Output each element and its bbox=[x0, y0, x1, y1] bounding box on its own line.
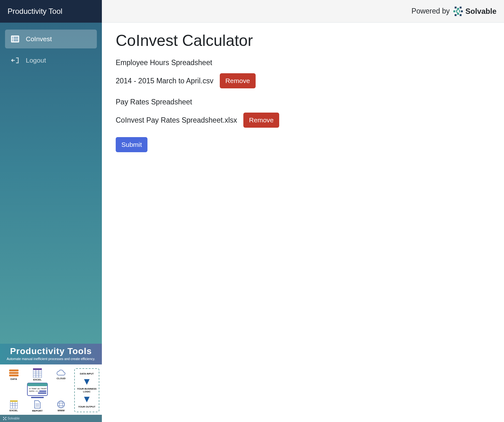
promo-diagram: DATA EXCEL bbox=[0, 364, 102, 415]
diagram-excel-node: EXCEL bbox=[33, 368, 42, 381]
document-icon bbox=[34, 400, 41, 409]
promo-card: Productivity Tools Automate manual ineff… bbox=[0, 344, 102, 422]
svg-rect-41 bbox=[5, 419, 6, 420]
svg-rect-40 bbox=[3, 419, 4, 420]
cloud-icon bbox=[56, 369, 66, 376]
output-label: YOUR OUTPUT bbox=[78, 405, 96, 408]
database-icon bbox=[8, 369, 19, 377]
svg-rect-49 bbox=[460, 14, 462, 16]
page-title: CoInvest Calculator bbox=[116, 31, 490, 50]
list-icon bbox=[11, 35, 19, 43]
brand-mark-icon bbox=[3, 417, 6, 420]
svg-rect-42 bbox=[455, 7, 457, 8]
svg-rect-47 bbox=[455, 14, 457, 16]
spreadsheet-icon bbox=[10, 400, 18, 408]
content: CoInvest Calculator Employee Hours Sprea… bbox=[102, 23, 504, 422]
diagram-processor-node: if "THIS" do "THAT" DATA = A + B bbox=[25, 382, 50, 399]
diagram-right-flow: DATA INPUT ▼ YOUR BUSINESS LOGIC ▼ YOUR … bbox=[74, 368, 99, 412]
sidebar-item-coinvest[interactable]: CoInvest bbox=[5, 30, 97, 48]
svg-rect-18 bbox=[27, 383, 47, 386]
arrow-down-icon: ▼ bbox=[82, 379, 91, 384]
logout-icon bbox=[11, 56, 19, 65]
sidebar-header: Productivity Tool bbox=[0, 0, 102, 23]
submit-button[interactable]: Submit bbox=[116, 137, 147, 152]
diagram-left: DATA EXCEL bbox=[3, 368, 72, 412]
svg-rect-5 bbox=[12, 40, 13, 41]
promo-subtitle: Automate manual inefficient processes an… bbox=[3, 357, 99, 361]
svg-rect-44 bbox=[460, 7, 462, 8]
svg-rect-1 bbox=[12, 37, 13, 38]
computer-icon: if "THIS" do "THAT" DATA = A + B bbox=[25, 382, 50, 399]
remove-employee-hours-button[interactable]: Remove bbox=[220, 73, 256, 88]
sidebar: Productivity Tool CoInvest bbox=[0, 0, 102, 422]
svg-rect-23 bbox=[38, 392, 46, 394]
svg-rect-9 bbox=[9, 375, 19, 376]
employee-hours-file-row: 2014 - 2015 March to April.csv Remove bbox=[116, 73, 490, 88]
svg-rect-46 bbox=[461, 10, 463, 12]
svg-text:if "THIS" do "THAT": if "THIS" do "THAT" bbox=[29, 388, 47, 390]
main: Powered by Solvable bbox=[102, 0, 504, 422]
brand-mark-icon bbox=[453, 7, 463, 16]
svg-point-33 bbox=[58, 401, 64, 408]
brand-logo: Solvable bbox=[453, 7, 496, 16]
business-logic-label: YOUR BUSINESS LOGIC bbox=[75, 387, 98, 393]
svg-rect-4 bbox=[14, 39, 18, 40]
remove-pay-rates-button[interactable]: Remove bbox=[243, 113, 279, 128]
employee-hours-label: Employee Hours Spreadsheet bbox=[116, 58, 490, 67]
svg-rect-25 bbox=[10, 400, 18, 402]
svg-rect-38 bbox=[4, 418, 5, 419]
pay-rates-label: Pay Rates Spreadsheet bbox=[116, 98, 490, 106]
sidebar-item-label: CoInvest bbox=[26, 35, 52, 43]
diagram-cloud-node: CLOUD bbox=[56, 369, 66, 380]
pay-rates-file-row: CoInvest Pay Rates Spreadsheet.xlsx Remo… bbox=[116, 113, 490, 128]
diagram-www-node: WWW bbox=[57, 400, 65, 412]
spreadsheet-icon bbox=[33, 368, 42, 378]
powered-by: Powered by Solvable bbox=[412, 7, 496, 16]
svg-rect-7 bbox=[9, 369, 19, 371]
promo-footer: Solvable bbox=[0, 415, 102, 422]
svg-rect-37 bbox=[3, 417, 4, 418]
svg-rect-2 bbox=[14, 37, 18, 38]
svg-rect-3 bbox=[12, 39, 13, 40]
svg-rect-8 bbox=[9, 372, 19, 374]
app-title: Productivity Tool bbox=[8, 7, 62, 16]
diagram-report-node: REPORT bbox=[32, 400, 42, 412]
diagram-data-node: DATA bbox=[8, 369, 19, 380]
promo-header: Productivity Tools Automate manual ineff… bbox=[0, 344, 102, 364]
promo-footer-brand: Solvable bbox=[8, 417, 19, 420]
diagram-excel-out-node: EXCEL bbox=[9, 400, 18, 412]
svg-rect-6 bbox=[14, 40, 18, 41]
sidebar-nav: CoInvest Logout bbox=[0, 23, 102, 72]
globe-icon bbox=[57, 400, 65, 408]
sidebar-item-label: Logout bbox=[26, 57, 46, 64]
topbar: Powered by Solvable bbox=[102, 0, 504, 23]
brand-name: Solvable bbox=[465, 7, 496, 16]
pay-rates-file-name: CoInvest Pay Rates Spreadsheet.xlsx bbox=[116, 116, 237, 125]
svg-rect-22 bbox=[39, 391, 46, 392]
svg-rect-39 bbox=[5, 417, 6, 418]
sidebar-item-logout[interactable]: Logout bbox=[5, 51, 97, 70]
svg-rect-19 bbox=[31, 397, 44, 398]
svg-rect-11 bbox=[33, 368, 42, 370]
data-input-label: DATA INPUT bbox=[80, 372, 94, 375]
arrow-down-icon: ▼ bbox=[82, 396, 91, 402]
svg-rect-45 bbox=[453, 10, 455, 12]
employee-hours-file-name: 2014 - 2015 March to April.csv bbox=[116, 77, 213, 85]
promo-title: Productivity Tools bbox=[3, 346, 99, 356]
powered-by-text: Powered by bbox=[412, 7, 450, 15]
